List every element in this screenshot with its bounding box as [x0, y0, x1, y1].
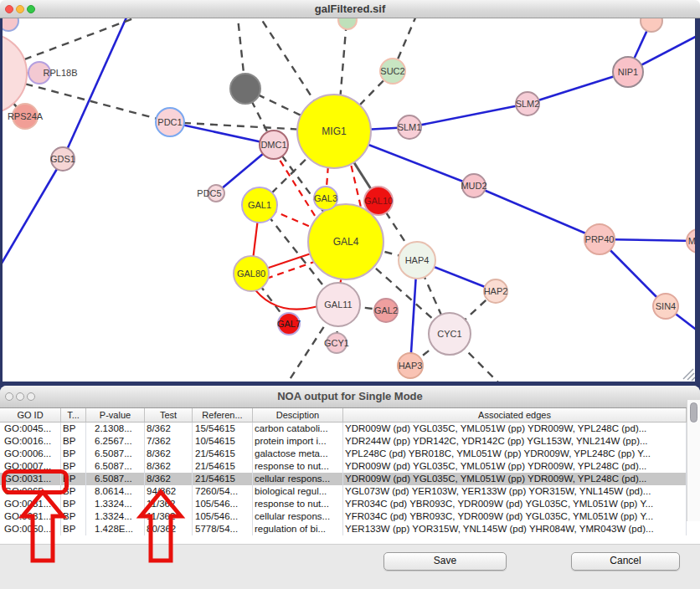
- cell-p_value: 1.3324...: [86, 510, 145, 523]
- table-row[interactable]: GO:0031...BP1.3324...11/362105/546...res…: [0, 498, 687, 510]
- node-label-cyc1: CYC1: [437, 329, 461, 339]
- node-label-msn-partial: MSN: [688, 236, 700, 246]
- cell-associated_edges: YDR009W (pd) YGL035C, YML051W (pp) YDR00…: [343, 460, 687, 473]
- network-window-titlebar[interactable]: galFiltered.sif: [0, 0, 700, 18]
- node-label-gcy1: GCY1: [324, 338, 349, 348]
- column-header-type[interactable]: T...: [61, 408, 86, 422]
- cell-description: cellular respons...: [253, 473, 343, 485]
- cell-associated_edges: YFR034C (pd) YBR093C, YDR009W (pd) YGL03…: [343, 498, 687, 510]
- cell-p_value: 6.5087...: [86, 473, 145, 485]
- cell-associated_edges: YER133W (pp) YOR315W, YNL145W (pd) YHR08…: [343, 523, 687, 535]
- cell-p_value: 1.3324...: [86, 498, 145, 510]
- cell-test: 80/362: [145, 523, 193, 535]
- cell-reference: 10/54615: [193, 435, 253, 448]
- cell-description: biological regul...: [253, 485, 343, 498]
- node-label-gal7: GAL7: [277, 319, 301, 329]
- node-label-suc2: SUC2: [380, 66, 404, 76]
- column-header-p_value[interactable]: P-value: [86, 408, 145, 422]
- cell-reference: 21/54615: [193, 460, 253, 473]
- cell-type: BP: [61, 485, 86, 498]
- cell-test: 94/362: [145, 485, 193, 498]
- cell-go_id: GO:0065...: [0, 485, 61, 498]
- cell-type: BP: [61, 510, 86, 523]
- table-header: GO IDT...P-valueTestReferen...Desciption…: [0, 408, 700, 423]
- node-gray-node[interactable]: [230, 74, 260, 104]
- cell-type: BP: [61, 473, 86, 485]
- noa-window-title: NOA output for Single Mode: [0, 386, 700, 407]
- node-label-gal2: GAL2: [374, 305, 398, 315]
- noa-output-window: NOA output for Single Mode GO IDT...P-va…: [0, 386, 700, 589]
- cell-description: response to nut...: [253, 498, 343, 510]
- cell-reference: 15/54615: [193, 423, 253, 435]
- column-header-reference[interactable]: Referen...: [193, 408, 253, 422]
- node-pink-partial-topright[interactable]: [641, 18, 662, 32]
- table-row[interactable]: GO:0031...BP6.5087...8/36221/54615cellul…: [0, 473, 687, 485]
- edge-blue[interactable]: [63, 18, 130, 159]
- cell-reference: 5778/54...: [193, 523, 253, 535]
- cell-go_id: GO:0007...: [0, 460, 61, 473]
- table-row[interactable]: GO:0065...BP8.0614...94/3627260/54...bio…: [0, 485, 687, 498]
- column-header-go_id[interactable]: GO ID: [0, 408, 61, 422]
- vertical-scrollbar[interactable]: [687, 400, 700, 521]
- cell-test: 8/362: [145, 423, 193, 435]
- node-big-left[interactable]: [0, 33, 27, 114]
- network-window-title: galFiltered.sif: [0, 0, 700, 18]
- node-label-slm1: SLM1: [398, 122, 422, 132]
- edge-blue[interactable]: [474, 186, 600, 239]
- cell-p_value: 6.5087...: [86, 460, 145, 473]
- table-row[interactable]: GO:0007...BP6.5087...8/36221/54615respon…: [0, 460, 687, 473]
- node-label-pdc1: PDC1: [157, 117, 182, 127]
- cell-associated_edges: YDR244W (pp) YDR142C, YDR142C (pp) YGL15…: [343, 435, 687, 448]
- node-partial-topleft[interactable]: [0, 18, 18, 31]
- cell-test: 11/362: [145, 510, 193, 523]
- edge-reddash[interactable]: [266, 261, 317, 279]
- cell-associated_edges: YDR009W (pd) YGL035C, YML051W (pp) YDR00…: [343, 423, 687, 435]
- table-row[interactable]: GO:0006...BP6.5087...8/36221/54615galact…: [0, 448, 687, 460]
- edge-blue[interactable]: [0, 159, 63, 266]
- cell-go_id: GO:0016...: [0, 435, 61, 448]
- noa-window-titlebar[interactable]: NOA output for Single Mode: [0, 386, 700, 408]
- network-graph: RPL18BRPS24AGDS1PDC1MIG1DMC1SUC2SLM1SLM2…: [0, 18, 700, 386]
- node-green-partial[interactable]: [338, 18, 357, 29]
- cell-reference: 105/546...: [193, 510, 253, 523]
- network-canvas[interactable]: RPL18BRPS24AGDS1PDC1MIG1DMC1SUC2SLM1SLM2…: [0, 18, 700, 386]
- cell-associated_edges: YPL248C (pd) YBR018C, YML051W (pp) YDR00…: [343, 448, 687, 460]
- column-header-associated_edges[interactable]: Associated edges: [343, 408, 687, 422]
- cell-go_id: GO:0006...: [0, 448, 61, 460]
- cell-reference: 21/54615: [193, 448, 253, 460]
- cell-description: protein import i...: [253, 435, 343, 448]
- table-row[interactable]: GO:0045...BP2.1308...8/36215/54615carbon…: [0, 423, 687, 435]
- node-label-dmc1: DMC1: [260, 140, 286, 150]
- cell-description: cellular respons...: [253, 510, 343, 523]
- cell-go_id: GO:0050...: [0, 523, 61, 535]
- node-label-gds1: GDS1: [50, 154, 75, 164]
- scrollbar-thumb[interactable]: [690, 402, 697, 423]
- cell-type: BP: [61, 498, 86, 510]
- column-header-description[interactable]: Desciption: [253, 408, 343, 422]
- cell-test: 11/362: [145, 498, 193, 510]
- resize-grip[interactable]: [683, 369, 695, 381]
- table-row[interactable]: GO:0016...BP6.2567...7/36210/54615protei…: [0, 435, 687, 448]
- cancel-button[interactable]: Cancel: [571, 552, 680, 571]
- edge-blue[interactable]: [409, 104, 528, 127]
- table-row[interactable]: GO:0050...BP1.428E...80/3625778/54...reg…: [0, 523, 687, 535]
- node-label-prp40: PRP40: [585, 234, 615, 244]
- cell-p_value: 6.2567...: [86, 435, 145, 448]
- cell-p_value: 2.1308...: [86, 423, 145, 435]
- node-label-gal11: GAL11: [324, 300, 352, 310]
- node-label-gal4: GAL4: [333, 236, 359, 248]
- node-label-gal1: GAL1: [248, 200, 271, 210]
- table-row[interactable]: GO:0031...BP1.3324...11/362105/546...cel…: [0, 510, 687, 523]
- node-label-pdc5: PDC5: [197, 188, 221, 198]
- node-label-mig1: MIG1: [322, 125, 347, 137]
- edge-blue[interactable]: [170, 122, 274, 145]
- cell-p_value: 1.428E...: [86, 523, 145, 535]
- node-label-gal3: GAL3: [314, 193, 337, 203]
- cell-associated_edges: YFR034C (pd) YBR093C, YDR009W (pd) YGL03…: [343, 510, 687, 523]
- node-label-hap4: HAP4: [405, 255, 430, 265]
- cell-reference: 21/54615: [193, 473, 253, 485]
- column-header-test[interactable]: Test: [145, 408, 193, 422]
- node-label-hap2: HAP2: [484, 286, 508, 296]
- cell-go_id: GO:0045...: [0, 423, 61, 435]
- save-button[interactable]: Save: [383, 552, 507, 571]
